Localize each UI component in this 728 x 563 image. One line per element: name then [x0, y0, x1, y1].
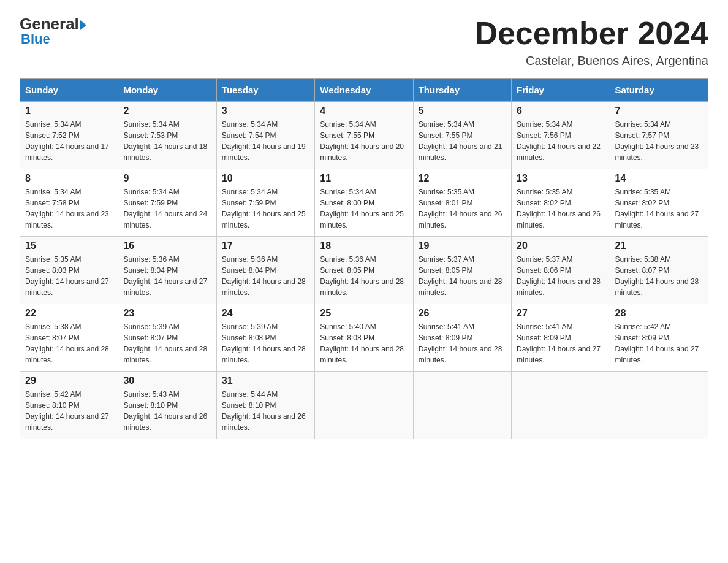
calendar-cell	[315, 372, 413, 439]
calendar-cell: 27Sunrise: 5:41 AMSunset: 8:09 PMDayligh…	[512, 304, 610, 372]
day-number: 30	[123, 375, 211, 386]
day-detail: Sunrise: 5:35 AMSunset: 8:02 PMDaylight:…	[615, 186, 703, 231]
day-number: 27	[517, 308, 604, 319]
calendar-week-1: 1Sunrise: 5:34 AMSunset: 7:52 PMDaylight…	[20, 102, 708, 169]
day-detail: Sunrise: 5:34 AMSunset: 7:55 PMDaylight:…	[419, 119, 506, 163]
day-detail: Sunrise: 5:36 AMSunset: 8:04 PMDaylight:…	[123, 254, 211, 298]
calendar-cell: 10Sunrise: 5:34 AMSunset: 7:59 PMDayligh…	[216, 169, 314, 237]
page-header: General Blue December 2024 Castelar, Bue…	[20, 15, 708, 68]
day-detail: Sunrise: 5:34 AMSunset: 7:52 PMDaylight:…	[25, 119, 113, 163]
day-detail: Sunrise: 5:43 AMSunset: 8:10 PMDaylight:…	[123, 389, 211, 433]
calendar-cell: 11Sunrise: 5:34 AMSunset: 8:00 PMDayligh…	[315, 169, 413, 237]
day-detail: Sunrise: 5:41 AMSunset: 8:09 PMDaylight:…	[517, 321, 604, 366]
calendar-cell: 31Sunrise: 5:44 AMSunset: 8:10 PMDayligh…	[216, 372, 314, 439]
header-friday: Friday	[512, 79, 610, 102]
day-number: 3	[222, 105, 309, 117]
calendar-week-5: 29Sunrise: 5:42 AMSunset: 8:10 PMDayligh…	[20, 372, 708, 439]
title-area: December 2024 Castelar, Buenos Aires, Ar…	[474, 15, 708, 68]
header-sunday: Sunday	[20, 79, 118, 102]
calendar-cell: 8Sunrise: 5:34 AMSunset: 7:58 PMDaylight…	[20, 169, 118, 237]
day-detail: Sunrise: 5:42 AMSunset: 8:09 PMDaylight:…	[615, 321, 703, 366]
day-number: 28	[615, 308, 703, 319]
calendar-cell: 19Sunrise: 5:37 AMSunset: 8:05 PMDayligh…	[413, 237, 511, 304]
day-detail: Sunrise: 5:34 AMSunset: 7:53 PMDaylight:…	[123, 119, 211, 163]
day-number: 6	[517, 105, 604, 117]
day-detail: Sunrise: 5:44 AMSunset: 8:10 PMDaylight:…	[222, 389, 309, 433]
calendar-cell: 12Sunrise: 5:35 AMSunset: 8:01 PMDayligh…	[413, 169, 511, 237]
day-number: 29	[25, 375, 113, 386]
calendar-cell: 21Sunrise: 5:38 AMSunset: 8:07 PMDayligh…	[610, 237, 708, 304]
day-number: 21	[615, 240, 703, 251]
logo: General Blue	[20, 15, 86, 47]
day-number: 2	[123, 105, 211, 117]
day-number: 7	[615, 105, 703, 117]
logo-blue: Blue	[21, 31, 50, 47]
calendar-cell: 13Sunrise: 5:35 AMSunset: 8:02 PMDayligh…	[512, 169, 610, 237]
day-detail: Sunrise: 5:34 AMSunset: 7:56 PMDaylight:…	[517, 119, 604, 163]
day-number: 16	[123, 240, 211, 251]
day-detail: Sunrise: 5:34 AMSunset: 7:55 PMDaylight:…	[320, 119, 408, 163]
calendar-cell	[413, 372, 511, 439]
day-number: 5	[419, 105, 506, 117]
day-detail: Sunrise: 5:38 AMSunset: 8:07 PMDaylight:…	[615, 254, 703, 298]
calendar-week-2: 8Sunrise: 5:34 AMSunset: 7:58 PMDaylight…	[20, 169, 708, 237]
day-detail: Sunrise: 5:42 AMSunset: 8:10 PMDaylight:…	[25, 389, 113, 433]
day-detail: Sunrise: 5:34 AMSunset: 7:58 PMDaylight:…	[25, 186, 113, 231]
calendar-cell: 29Sunrise: 5:42 AMSunset: 8:10 PMDayligh…	[20, 372, 118, 439]
day-number: 14	[615, 173, 703, 184]
day-detail: Sunrise: 5:34 AMSunset: 7:54 PMDaylight:…	[222, 119, 309, 163]
calendar-cell: 18Sunrise: 5:36 AMSunset: 8:05 PMDayligh…	[315, 237, 413, 304]
subtitle: Castelar, Buenos Aires, Argentina	[474, 54, 708, 68]
header-saturday: Saturday	[610, 79, 708, 102]
calendar-cell: 2Sunrise: 5:34 AMSunset: 7:53 PMDaylight…	[118, 102, 216, 169]
header-thursday: Thursday	[413, 79, 511, 102]
calendar-cell: 26Sunrise: 5:41 AMSunset: 8:09 PMDayligh…	[413, 304, 511, 372]
calendar-header-row: SundayMondayTuesdayWednesdayThursdayFrid…	[20, 79, 708, 102]
day-detail: Sunrise: 5:34 AMSunset: 7:57 PMDaylight:…	[615, 119, 703, 163]
day-detail: Sunrise: 5:37 AMSunset: 8:06 PMDaylight:…	[517, 254, 604, 298]
day-number: 8	[25, 173, 113, 184]
day-number: 10	[222, 173, 309, 184]
calendar-cell: 9Sunrise: 5:34 AMSunset: 7:59 PMDaylight…	[118, 169, 216, 237]
day-detail: Sunrise: 5:38 AMSunset: 8:07 PMDaylight:…	[25, 321, 113, 366]
calendar-cell: 20Sunrise: 5:37 AMSunset: 8:06 PMDayligh…	[512, 237, 610, 304]
calendar-cell: 4Sunrise: 5:34 AMSunset: 7:55 PMDaylight…	[315, 102, 413, 169]
calendar-cell: 28Sunrise: 5:42 AMSunset: 8:09 PMDayligh…	[610, 304, 708, 372]
day-number: 22	[25, 308, 113, 319]
day-number: 9	[123, 173, 211, 184]
header-tuesday: Tuesday	[216, 79, 314, 102]
calendar-cell: 25Sunrise: 5:40 AMSunset: 8:08 PMDayligh…	[315, 304, 413, 372]
day-number: 31	[222, 375, 309, 386]
calendar-cell: 23Sunrise: 5:39 AMSunset: 8:07 PMDayligh…	[118, 304, 216, 372]
calendar-cell: 24Sunrise: 5:39 AMSunset: 8:08 PMDayligh…	[216, 304, 314, 372]
day-number: 13	[517, 173, 604, 184]
calendar: SundayMondayTuesdayWednesdayThursdayFrid…	[20, 78, 708, 439]
calendar-cell: 3Sunrise: 5:34 AMSunset: 7:54 PMDaylight…	[216, 102, 314, 169]
day-number: 25	[320, 308, 408, 319]
day-number: 15	[25, 240, 113, 251]
day-number: 17	[222, 240, 309, 251]
calendar-cell: 14Sunrise: 5:35 AMSunset: 8:02 PMDayligh…	[610, 169, 708, 237]
day-number: 18	[320, 240, 408, 251]
calendar-cell: 30Sunrise: 5:43 AMSunset: 8:10 PMDayligh…	[118, 372, 216, 439]
day-detail: Sunrise: 5:35 AMSunset: 8:01 PMDaylight:…	[419, 186, 506, 231]
day-detail: Sunrise: 5:35 AMSunset: 8:03 PMDaylight:…	[25, 254, 113, 298]
day-detail: Sunrise: 5:41 AMSunset: 8:09 PMDaylight:…	[419, 321, 506, 366]
calendar-cell: 15Sunrise: 5:35 AMSunset: 8:03 PMDayligh…	[20, 237, 118, 304]
day-detail: Sunrise: 5:34 AMSunset: 7:59 PMDaylight:…	[123, 186, 211, 231]
day-number: 26	[419, 308, 506, 319]
calendar-cell: 16Sunrise: 5:36 AMSunset: 8:04 PMDayligh…	[118, 237, 216, 304]
day-number: 23	[123, 308, 211, 319]
day-number: 19	[419, 240, 506, 251]
day-number: 4	[320, 105, 408, 117]
calendar-cell	[512, 372, 610, 439]
day-detail: Sunrise: 5:36 AMSunset: 8:04 PMDaylight:…	[222, 254, 309, 298]
calendar-cell: 22Sunrise: 5:38 AMSunset: 8:07 PMDayligh…	[20, 304, 118, 372]
day-number: 1	[25, 105, 113, 117]
day-detail: Sunrise: 5:34 AMSunset: 7:59 PMDaylight:…	[222, 186, 309, 231]
day-detail: Sunrise: 5:37 AMSunset: 8:05 PMDaylight:…	[419, 254, 506, 298]
calendar-week-4: 22Sunrise: 5:38 AMSunset: 8:07 PMDayligh…	[20, 304, 708, 372]
calendar-cell: 5Sunrise: 5:34 AMSunset: 7:55 PMDaylight…	[413, 102, 511, 169]
day-number: 20	[517, 240, 604, 251]
calendar-cell: 6Sunrise: 5:34 AMSunset: 7:56 PMDaylight…	[512, 102, 610, 169]
